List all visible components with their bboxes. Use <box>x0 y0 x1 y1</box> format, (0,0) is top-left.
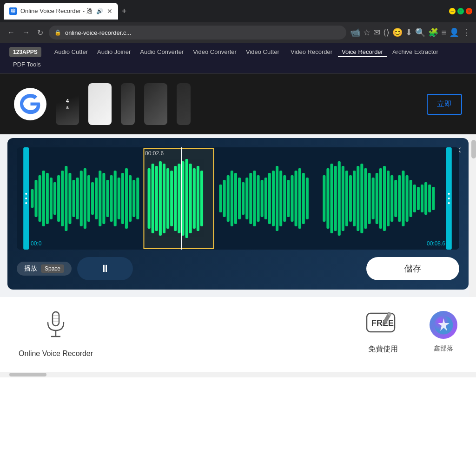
search-icon[interactable]: 🔍 <box>415 27 425 38</box>
free-item: FREE 免費使用 <box>364 311 402 354</box>
svg-rect-28 <box>132 180 135 217</box>
phone-dark-1 <box>144 83 167 125</box>
svg-rect-12 <box>73 180 75 217</box>
svg-rect-68 <box>306 178 309 219</box>
svg-rect-70 <box>326 168 329 229</box>
svg-rect-71 <box>331 164 333 233</box>
svg-rect-87 <box>390 175 393 222</box>
brand-logo[interactable]: 123APPS <box>9 47 41 57</box>
menu-icon[interactable]: ⋮ <box>462 27 470 38</box>
emoji-icon[interactable]: 😊 <box>392 27 403 38</box>
waveform-visualization <box>17 147 459 250</box>
svg-rect-18 <box>95 178 98 219</box>
nav-archive-extractor[interactable]: Archive Extractor <box>389 46 442 57</box>
svg-rect-16 <box>87 175 90 222</box>
svg-rect-14 <box>80 171 83 226</box>
profile-icon[interactable]: 👤 <box>449 27 459 38</box>
player-controls: 播放 Space ⏸ 儲存 <box>17 257 459 280</box>
code-icon[interactable]: ⟨⟩ <box>383 27 390 38</box>
scrollbar-track[interactable] <box>469 134 476 297</box>
phone-white <box>88 83 112 125</box>
svg-rect-72 <box>334 166 337 231</box>
svg-rect-81 <box>368 173 371 224</box>
maximize-button[interactable]: □ <box>457 8 464 14</box>
back-button[interactable]: ← <box>6 26 17 39</box>
svg-rect-69 <box>323 175 325 222</box>
close-window-button[interactable]: ✕ <box>466 8 472 14</box>
nav-audio-joiner[interactable]: Audio Joiner <box>93 46 134 57</box>
tab-favicon: 聊 <box>9 7 17 15</box>
extensions-icon[interactable]: 🧩 <box>428 27 438 38</box>
brand-item: 鑫部落 <box>430 311 457 353</box>
lock-icon: 🔒 <box>54 29 61 36</box>
time-start-label: 00:0 <box>31 240 41 247</box>
minimize-button[interactable]: ─ <box>449 8 456 14</box>
nav-video-recorder[interactable]: Video Recorder <box>287 46 336 57</box>
forward-button[interactable]: → <box>20 26 32 39</box>
tool-info-item: Online Voice Recorder <box>19 311 93 358</box>
time-end-label: 00:08.6 <box>427 240 445 247</box>
nav-audio-cutter[interactable]: Audio Cutter <box>51 46 92 57</box>
cast-icon[interactable]: 📹 <box>350 27 360 38</box>
toolbar-icons: 📹 ☆ ✉ ⟨⟩ 😊 ⬇ 🔍 🧩 ≡ 👤 ⋮ <box>350 27 470 38</box>
svg-rect-92 <box>410 180 412 217</box>
bookmark-icon[interactable]: ☆ <box>363 27 370 38</box>
svg-rect-24 <box>118 178 120 219</box>
new-tab-button[interactable]: + <box>122 7 127 16</box>
svg-rect-97 <box>428 185 431 212</box>
nav-voice-recorder[interactable]: Voice Recorder <box>338 46 387 57</box>
address-bar: ← → ↻ 🔒 online-voice-recorder.c... 📹 ☆ ✉… <box>0 22 476 43</box>
nav-video-converter[interactable]: Video Converter <box>189 46 240 57</box>
tab-sound-icon: 🔊 <box>96 8 103 14</box>
nav-video-cutter[interactable]: Video Cutter <box>242 46 283 57</box>
svg-rect-51 <box>242 182 245 215</box>
waveform-area[interactable]: 00:02.6 00:0 00:08.6 <box>17 147 459 250</box>
svg-rect-47 <box>227 175 230 222</box>
download-icon[interactable]: ⬇ <box>405 27 412 38</box>
svg-point-107 <box>448 198 450 199</box>
free-label: 免費使用 <box>368 344 398 354</box>
nav-pdf-tools[interactable]: PDF Tools <box>9 59 45 70</box>
svg-point-104 <box>25 198 27 199</box>
svg-rect-65 <box>295 171 298 226</box>
save-button[interactable]: 儲存 <box>366 257 459 280</box>
active-tab[interactable]: 聊 Online Voice Recorder - 透 🔊 ✕ <box>4 3 118 20</box>
ad-banner: 4a 立即 <box>0 74 476 134</box>
scrollbar-thumb[interactable] <box>471 140 476 158</box>
pause-icon: ⏸ <box>100 263 110 275</box>
queue-icon[interactable]: ≡ <box>441 28 446 38</box>
svg-rect-99 <box>144 148 213 249</box>
svg-rect-109 <box>53 312 59 326</box>
email-icon[interactable]: ✉ <box>373 27 380 38</box>
address-input[interactable]: 🔒 online-voice-recorder.c... <box>49 26 346 40</box>
svg-rect-27 <box>129 175 132 222</box>
svg-rect-11 <box>68 173 71 224</box>
reload-button[interactable]: ↻ <box>35 26 45 39</box>
horizontal-scrollbar[interactable] <box>0 372 476 377</box>
space-badge: Space <box>41 264 64 273</box>
svg-rect-53 <box>249 173 252 224</box>
svg-rect-49 <box>234 173 237 224</box>
pause-button[interactable]: ⏸ <box>77 257 133 280</box>
svg-rect-94 <box>417 187 420 210</box>
phone-thin-1 <box>121 83 135 125</box>
horizontal-scrollbar-thumb[interactable] <box>9 373 46 376</box>
svg-rect-25 <box>121 173 124 224</box>
nav-audio-converter[interactable]: Audio Converter <box>136 46 187 57</box>
svg-rect-64 <box>291 175 293 222</box>
svg-rect-48 <box>231 171 233 226</box>
svg-rect-67 <box>302 173 305 224</box>
brand-logo-icon <box>430 311 457 339</box>
svg-rect-74 <box>342 166 344 231</box>
ad-cta-button[interactable]: 立即 <box>427 94 462 115</box>
svg-rect-77 <box>353 171 356 226</box>
svg-rect-79 <box>360 164 363 233</box>
phone-thin-2 <box>177 83 191 125</box>
svg-rect-19 <box>99 171 101 226</box>
svg-rect-73 <box>338 161 341 236</box>
svg-rect-22 <box>110 175 113 222</box>
svg-rect-59 <box>272 171 275 226</box>
tab-close-button[interactable]: ✕ <box>107 7 112 15</box>
browser-titlebar: 聊 Online Voice Recorder - 透 🔊 ✕ + ─ □ ✕ <box>0 0 476 22</box>
svg-rect-66 <box>298 168 301 229</box>
